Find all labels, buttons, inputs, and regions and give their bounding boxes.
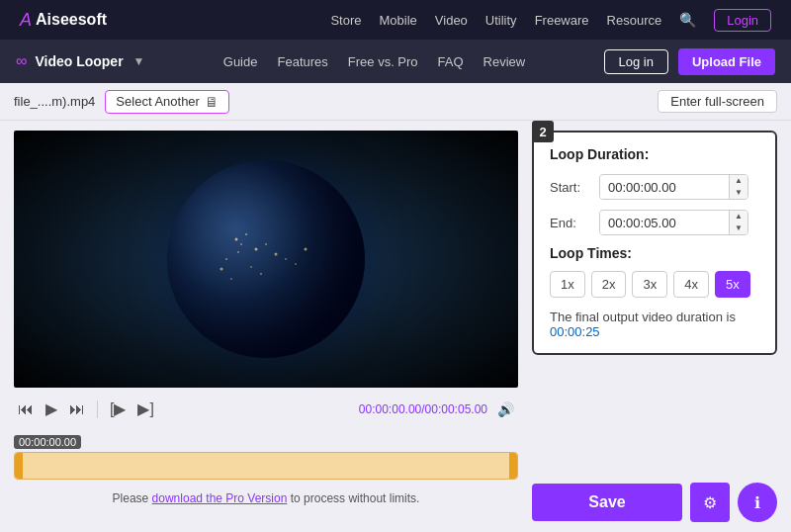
loop-times-buttons: 1x 2x 3x 4x 5x [550, 271, 759, 298]
pro-notice-text-after: to process without limits. [287, 491, 419, 505]
toolbar-left: file_....m).mp4 Select Another 🖥 [14, 90, 229, 114]
secondary-navigation: ∞ Video Looper ▼ Guide Features Free vs.… [0, 40, 791, 83]
time-display: 00:00:00.00/00:00:05.00 [359, 402, 487, 416]
svg-point-5 [275, 253, 278, 256]
svg-point-1 [245, 233, 247, 235]
login-button[interactable]: Login [714, 9, 771, 32]
svg-point-11 [295, 263, 297, 265]
loop-icon: ∞ [16, 52, 27, 70]
svg-point-7 [225, 258, 227, 260]
save-section: Save ⚙ ℹ [532, 483, 777, 522]
upload-file-button[interactable]: Upload File [678, 48, 775, 75]
select-another-button[interactable]: Select Another 🖥 [105, 90, 229, 114]
timeline-bar[interactable] [14, 452, 518, 480]
fullscreen-button[interactable]: Enter full-screen [658, 90, 777, 113]
svg-point-8 [220, 268, 223, 271]
volume-button[interactable]: 🔊 [495, 399, 516, 419]
nav-faq[interactable]: FAQ [438, 54, 464, 69]
total-time: 00:00:05.00 [425, 402, 487, 416]
nav-review[interactable]: Review [483, 54, 526, 69]
skip-back-button[interactable]: ⏮ [16, 399, 36, 420]
play-button[interactable]: ▶ [44, 398, 59, 420]
tool-name-area: ∞ Video Looper ▼ [16, 52, 145, 70]
timeline-time-label: 00:00:00.00 [14, 435, 81, 449]
start-time-input[interactable] [600, 176, 729, 199]
timeline-handle-left[interactable] [15, 453, 23, 479]
pro-version-link[interactable]: download the Pro Version [152, 491, 288, 505]
start-label: Start: [550, 180, 589, 195]
dropdown-arrow-icon[interactable]: ▼ [133, 54, 145, 68]
nav-freeware[interactable]: Freeware [535, 13, 589, 28]
end-spin-down[interactable]: ▼ [730, 222, 747, 234]
nav-video[interactable]: Video [435, 13, 468, 28]
toolbar: file_....m).mp4 Select Another 🖥 Enter f… [0, 83, 791, 121]
loop-times-label: Loop Times: [550, 245, 759, 261]
start-spin-up[interactable]: ▲ [730, 175, 747, 187]
filename-label: file_....m).mp4 [14, 94, 95, 109]
main-content: ⏮ ▶ ⏭ [▶ ▶] 00:00:00.00/00:00:05.00 🔊 00… [0, 121, 791, 532]
output-text: The final output video duration is [550, 310, 736, 324]
current-time: 00:00:00.00 [359, 402, 421, 416]
nav-mobile[interactable]: Mobile [380, 13, 417, 28]
monitor-icon: 🖥 [205, 94, 219, 110]
svg-point-14 [237, 251, 239, 253]
top-navigation: A Aiseesoft Store Mobile Video Utility F… [0, 0, 791, 40]
skip-forward-button[interactable]: ⏭ [67, 399, 87, 420]
sec-nav-actions: Log in Upload File [604, 48, 775, 75]
start-time-input-wrap: ▲ ▼ [599, 174, 748, 200]
settings-button[interactable]: ⚙ [690, 483, 730, 522]
start-spin-buttons: ▲ ▼ [729, 175, 747, 199]
loop-in-button[interactable]: [▶ [108, 398, 128, 420]
start-spin-down[interactable]: ▼ [730, 187, 747, 199]
timeline-handle-right[interactable] [509, 453, 517, 479]
nav-guide[interactable]: Guide [223, 54, 258, 69]
end-time-input-wrap: ▲ ▼ [599, 210, 748, 235]
video-player[interactable] [14, 131, 518, 388]
log-in-button[interactable]: Log in [604, 49, 668, 74]
end-label: End: [550, 216, 589, 230]
svg-point-0 [235, 238, 238, 241]
loop-settings-panel: 2 Loop Duration: Start: ▲ ▼ End: ▲ [532, 131, 777, 355]
end-spin-buttons: ▲ ▼ [729, 211, 747, 234]
nav-resource[interactable]: Resource [607, 13, 662, 28]
end-field-row: End: ▲ ▼ [550, 210, 759, 235]
end-time-input[interactable] [600, 212, 729, 234]
logo-letter: A [20, 10, 32, 31]
loop-1x-button[interactable]: 1x [550, 271, 585, 298]
loop-3x-button[interactable]: 3x [632, 271, 667, 298]
video-controls: ⏮ ▶ ⏭ [▶ ▶] 00:00:00.00/00:00:05.00 🔊 [14, 394, 518, 424]
end-spin-up[interactable]: ▲ [730, 211, 747, 222]
earth-lights-overlay [167, 160, 365, 358]
right-panel: 2 Loop Duration: Start: ▲ ▼ End: ▲ [532, 131, 777, 522]
svg-point-3 [255, 248, 258, 251]
controls-divider [97, 400, 98, 418]
svg-point-10 [260, 273, 262, 275]
info-button[interactable]: ℹ [738, 483, 777, 522]
svg-point-4 [265, 243, 267, 245]
save-button[interactable]: Save [532, 484, 682, 521]
loop-5x-button[interactable]: 5x [715, 271, 750, 298]
loop-2x-button[interactable]: 2x [591, 271, 627, 298]
panel-number: 2 [532, 121, 554, 142]
search-button[interactable]: 🔍 [679, 12, 696, 28]
output-duration: The final output video duration is 00:00… [550, 310, 759, 339]
pro-notice-text-before: Please [113, 491, 152, 505]
top-nav-links: Store Mobile Video Utility Freeware Reso… [330, 9, 771, 32]
output-time-value: 00:00:25 [550, 324, 600, 339]
nav-utility[interactable]: Utility [485, 13, 517, 28]
timeline-wrap: 00:00:00.00 [14, 430, 518, 482]
nav-free-vs-pro[interactable]: Free vs. Pro [348, 54, 418, 69]
svg-point-2 [240, 243, 242, 245]
duration-label: Loop Duration: [550, 146, 759, 162]
start-field-row: Start: ▲ ▼ [550, 174, 759, 200]
tool-name: Video Looper [35, 53, 123, 69]
svg-point-6 [285, 258, 287, 260]
nav-features[interactable]: Features [277, 54, 327, 69]
loop-out-button[interactable]: ▶] [135, 398, 155, 420]
loop-4x-button[interactable]: 4x [673, 271, 709, 298]
pro-notice: Please download the Pro Version to proce… [14, 491, 518, 505]
nav-store[interactable]: Store [330, 13, 361, 28]
svg-point-13 [230, 278, 232, 280]
video-section: ⏮ ▶ ⏭ [▶ ▶] 00:00:00.00/00:00:05.00 🔊 00… [14, 131, 518, 522]
logo-text: Aiseesoft [36, 11, 107, 29]
